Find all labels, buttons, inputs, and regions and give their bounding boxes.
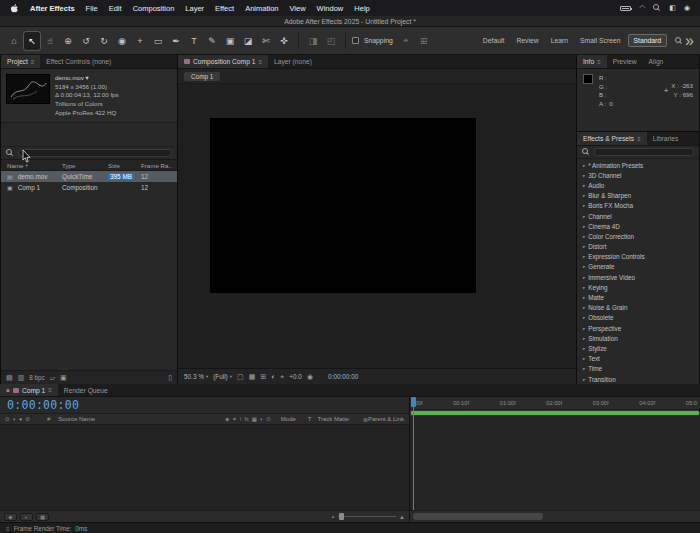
tab-effect-controls[interactable]: Effect Controls (none) <box>40 55 117 68</box>
tab-layer[interactable]: Layer (none) <box>268 55 318 68</box>
chevron-right-icon[interactable]: ▸ <box>583 275 585 280</box>
effects-icon[interactable]: fx <box>244 416 248 422</box>
effects-category[interactable]: ▸Expression Controls <box>577 252 699 262</box>
effects-category[interactable]: ▸Channel <box>577 211 699 221</box>
column-hash[interactable]: # <box>47 416 50 422</box>
panel-menu-icon[interactable]: ≡ <box>258 59 262 65</box>
effects-category[interactable]: ▸* Animation Presets <box>577 160 699 170</box>
new-folder-icon[interactable]: ▱ <box>50 374 55 382</box>
tab-effects-presets[interactable]: Effects & Presets ≡ <box>577 132 647 145</box>
solo-icon[interactable]: ● <box>19 416 22 422</box>
effects-category[interactable]: ▸Boris FX Mocha <box>577 201 699 211</box>
bit-depth-label[interactable]: 8 bpc <box>29 374 44 381</box>
column-parent-link[interactable]: Parent & Link <box>368 416 404 422</box>
chevron-right-icon[interactable]: ▸ <box>583 336 585 341</box>
menu-app-name[interactable]: After Effects <box>30 4 75 13</box>
work-area-range[interactable] <box>411 411 699 415</box>
eye-icon[interactable]: ⊙ <box>5 416 10 422</box>
chevron-right-icon[interactable]: ▸ <box>583 193 585 198</box>
chevron-right-icon[interactable]: ▸ <box>583 326 585 331</box>
effects-category[interactable]: ▸Transition <box>577 374 699 384</box>
effects-category[interactable]: ▸Text <box>577 354 699 364</box>
chevron-right-icon[interactable]: ▸ <box>583 183 585 188</box>
column-t[interactable]: T <box>308 416 312 422</box>
wifi-icon[interactable]: ◠ <box>639 4 645 12</box>
menu-view[interactable]: View <box>289 4 305 13</box>
expand-layer-switches-button[interactable]: ◈ <box>4 513 17 521</box>
chevron-right-icon[interactable]: ▸ <box>583 234 585 239</box>
scrollbar-thumb[interactable] <box>413 513 543 520</box>
pixel-aspect-icon[interactable]: ⌖ <box>280 373 284 381</box>
rotate-tool[interactable]: ↻ <box>96 32 112 50</box>
tab-info[interactable]: Info ≡ <box>577 55 607 68</box>
zoom-slider[interactable] <box>338 516 396 517</box>
chevron-right-icon[interactable]: ▸ <box>583 315 585 320</box>
proxy-icon[interactable]: ▥ <box>18 374 25 382</box>
menu-file[interactable]: File <box>86 4 98 13</box>
effects-category[interactable]: ▸Color Correction <box>577 231 699 241</box>
puppet-pin-tool[interactable]: ✜ <box>276 32 292 50</box>
effects-category[interactable]: ▸Distort <box>577 242 699 252</box>
battery-icon[interactable] <box>620 6 631 11</box>
eraser-tool[interactable]: ◪ <box>240 32 256 50</box>
home-button[interactable]: ⌂ <box>6 32 22 50</box>
roto-brush-tool[interactable]: ✄ <box>258 32 274 50</box>
timeline-layer-list[interactable] <box>0 425 409 510</box>
expand-inout-button[interactable]: ▦ <box>36 513 49 521</box>
tab-composition[interactable]: Composition Comp 1 ≡ <box>178 55 268 68</box>
status-menu-icon[interactable]: ≡ <box>6 525 10 532</box>
effects-category[interactable]: ▸3D Channel <box>577 170 699 180</box>
effects-category[interactable]: ▸Keying <box>577 282 699 292</box>
snapshot-camera-icon[interactable]: ◉ <box>307 373 313 381</box>
chevron-right-icon[interactable]: ▸ <box>583 244 585 249</box>
camera-tool[interactable]: ◉ <box>114 32 130 50</box>
menu-effect[interactable]: Effect <box>215 4 234 13</box>
chevron-right-icon[interactable]: ▸ <box>583 377 585 382</box>
spotlight-search-icon[interactable] <box>653 4 661 12</box>
audio-icon[interactable]: ◖ <box>13 416 16 422</box>
breadcrumb-comp[interactable]: Comp 1 <box>184 72 220 81</box>
trash-icon[interactable]: ▯ <box>168 374 172 382</box>
snapping-checkbox[interactable] <box>352 37 359 44</box>
tab-timeline-comp[interactable]: × Comp 1 ≡ <box>0 384 58 396</box>
chevron-right-icon[interactable]: ▸ <box>583 173 585 178</box>
hand-tool[interactable]: ☝ <box>42 32 58 50</box>
effects-category[interactable]: ▸Generate <box>577 262 699 272</box>
chevron-right-icon[interactable]: ▸ <box>583 346 585 351</box>
workspace-overflow-icon[interactable]: » <box>685 32 694 50</box>
chevron-right-icon[interactable]: ▸ <box>583 356 585 361</box>
chevron-right-icon[interactable]: ▸ <box>583 285 585 290</box>
tab-render-queue[interactable]: Render Queue <box>58 384 114 396</box>
panel-menu-icon[interactable]: ≡ <box>48 387 52 393</box>
chevron-right-icon[interactable]: ▸ <box>583 254 585 259</box>
collapse-icon[interactable]: ✦ <box>232 416 237 422</box>
table-row-comp-1[interactable]: ▣ Comp 1 Composition 12 <box>1 182 177 193</box>
workspace-search-icon[interactable] <box>675 37 683 45</box>
pen-tool[interactable]: ✒ <box>168 32 184 50</box>
snap-option-icon[interactable]: ⊞ <box>416 32 432 50</box>
interpret-footage-icon[interactable]: ▤ <box>6 374 13 382</box>
control-center-icon[interactable]: ◧ <box>669 4 676 12</box>
chevron-right-icon[interactable]: ▸ <box>583 163 585 168</box>
chevron-right-icon[interactable]: ▸ <box>583 224 585 229</box>
column-frame-rate[interactable]: Frame Ra.. <box>141 162 177 169</box>
exposure-value[interactable]: +0.0 <box>289 373 302 380</box>
effects-category[interactable]: ▸Stylize <box>577 343 699 353</box>
snap-option-icon[interactable]: ⌖ <box>398 32 414 50</box>
menu-window[interactable]: Window <box>317 4 344 13</box>
quality-icon[interactable]: \ <box>240 416 242 422</box>
current-timecode[interactable]: 0:00:00:00 <box>7 398 79 412</box>
tab-libraries[interactable]: Libraries <box>647 132 685 145</box>
siri-icon[interactable]: ◉ <box>684 4 690 12</box>
effects-category[interactable]: ▸Obsolete <box>577 313 699 323</box>
frame-blend-icon[interactable]: ▦ <box>252 416 257 422</box>
expand-transfer-controls-button[interactable]: ◐ <box>20 513 33 521</box>
effects-category[interactable]: ▸Immersive Video <box>577 272 699 282</box>
effects-category[interactable]: ▸Noise & Grain <box>577 303 699 313</box>
playhead[interactable] <box>413 397 414 510</box>
zoom-out-mountain-icon[interactable]: ▲ <box>331 514 335 519</box>
effects-category[interactable]: ▸Audio <box>577 180 699 190</box>
time-ruler[interactable]: :00f 00:10f 01:00f 02:00f 03:00f 04:02f … <box>410 397 700 410</box>
new-composition-icon[interactable]: ▣ <box>60 374 67 382</box>
menu-layer[interactable]: Layer <box>185 4 204 13</box>
